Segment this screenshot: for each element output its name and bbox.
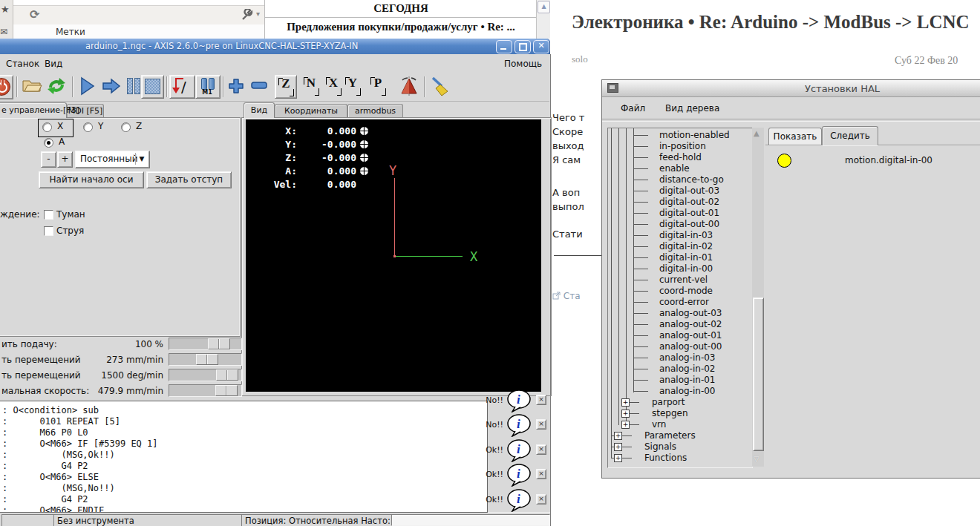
- wrench-icon[interactable]: [240, 9, 253, 22]
- view-p-button[interactable]: P: [368, 75, 388, 97]
- tree-item[interactable]: digital-out-02: [659, 197, 719, 207]
- tree-item[interactable]: in-position: [659, 141, 706, 151]
- stop-button[interactable]: [141, 75, 164, 99]
- radio-axis-a[interactable]: [44, 138, 53, 148]
- mist-checkbox[interactable]: [44, 210, 53, 220]
- close-button[interactable]: ✕: [533, 40, 549, 53]
- menu-view[interactable]: Вид: [45, 59, 62, 69]
- hal-menu-file[interactable]: Файл: [621, 103, 645, 114]
- tree-item[interactable]: analog-in-03: [659, 352, 715, 363]
- tree-expand-icon[interactable]: +: [621, 410, 630, 418]
- reload-icon[interactable]: ⟳: [30, 7, 39, 22]
- home-axis-button[interactable]: Найти начало оси: [39, 171, 144, 188]
- notification-close-button[interactable]: ×: [536, 419, 546, 430]
- view-x-button[interactable]: X: [323, 75, 344, 97]
- tree-item[interactable]: analog-in-00: [659, 386, 715, 396]
- maximize-button[interactable]: [514, 40, 531, 53]
- tree-item[interactable]: current-vel: [659, 274, 708, 285]
- gcode-listing[interactable]: : O<condition> sub: 0101 REPEAT [5]: M66…: [0, 401, 488, 513]
- zoom-out-button[interactable]: [250, 81, 268, 90]
- optional-stop-button[interactable]: M1: [195, 75, 220, 99]
- tree-item[interactable]: Parameters: [644, 430, 696, 441]
- view-z2-button[interactable]: N: [301, 75, 321, 97]
- tree-item[interactable]: motion-enabled: [659, 130, 730, 140]
- tree-item[interactable]: digital-in-00: [659, 263, 713, 274]
- zoom-in-button[interactable]: [226, 77, 246, 95]
- tree-item[interactable]: analog-out-00: [659, 341, 722, 352]
- profile-link[interactable]: Ста: [552, 291, 581, 301]
- view-z-button[interactable]: Z: [275, 75, 297, 99]
- tree-item[interactable]: parport: [652, 397, 685, 407]
- tree-item[interactable]: analog-in-01: [659, 375, 715, 385]
- menu-help[interactable]: Помощь: [504, 59, 542, 69]
- today-headline[interactable]: Предложения покупки/продажи/услуг • Re: …: [265, 18, 537, 33]
- block-delete-button[interactable]: /: [169, 75, 195, 99]
- hal-tree-scrollbar[interactable]: ▲ ▽: [752, 128, 764, 467]
- slider-trough[interactable]: [169, 338, 242, 350]
- wrench-caret-icon[interactable]: ▾: [256, 10, 260, 18]
- notification-close-button[interactable]: ×: [536, 469, 546, 479]
- scrollbar-up-icon[interactable]: ▲: [754, 129, 760, 137]
- clear-plot-button[interactable]: [429, 76, 451, 96]
- radio-axis-z[interactable]: [121, 122, 131, 132]
- pause-button[interactable]: [125, 78, 142, 94]
- tree-item[interactable]: distance-to-go: [659, 174, 724, 185]
- scrollbar-down-icon[interactable]: ▽: [754, 455, 760, 463]
- slider-trough[interactable]: [169, 369, 242, 381]
- tree-item[interactable]: digital-out-00: [659, 219, 719, 229]
- tree-item[interactable]: analog-out-02: [659, 319, 722, 329]
- slider-trough[interactable]: [169, 384, 242, 397]
- tree-item[interactable]: coord-mode: [659, 286, 713, 296]
- run-button[interactable]: [79, 76, 97, 96]
- bookmark-star-icon[interactable]: ★: [1, 4, 10, 15]
- flood-checkbox[interactable]: [44, 226, 53, 236]
- offset-button[interactable]: Задать отступ: [146, 171, 232, 188]
- slider-handle[interactable]: [216, 369, 238, 381]
- tree-item[interactable]: digital-out-03: [659, 185, 719, 196]
- tree-item[interactable]: digital-in-02: [659, 241, 713, 252]
- tab-preview[interactable]: Вид: [244, 102, 275, 118]
- rotate-view-button[interactable]: [398, 75, 420, 97]
- post-author[interactable]: solo: [572, 53, 588, 65]
- tree-item[interactable]: Signals: [644, 441, 676, 452]
- menu-machine[interactable]: Станок: [6, 59, 39, 69]
- tree-expand-icon[interactable]: +: [621, 398, 630, 407]
- tree-item[interactable]: digital-out-01: [659, 208, 719, 218]
- hal-menu-treeview[interactable]: Вид дерева: [665, 103, 719, 114]
- estop-button[interactable]: [0, 75, 13, 99]
- tree-expand-icon[interactable]: +: [614, 454, 622, 462]
- preview-canvas[interactable]: X:0.000Y:-0.000Z:-0.000A:0.000Vel:0.000 …: [246, 119, 541, 392]
- hal-tab-watch[interactable]: Следить: [822, 126, 878, 145]
- hal-tree-panel[interactable]: motion-enabledin-positionfeed-holdenable…: [607, 128, 753, 468]
- jog-minus-button[interactable]: -: [41, 151, 56, 168]
- axis-titlebar[interactable]: arduino_1.ngc - AXIS 2.6.0~pre on LinuxC…: [0, 39, 550, 54]
- radio-axis-y[interactable]: [83, 122, 93, 132]
- tab-dro[interactable]: Координаты: [275, 104, 347, 118]
- hal-titlebar[interactable]: Установки HAL: [602, 80, 980, 97]
- tree-item[interactable]: Functions: [644, 453, 687, 463]
- mail-icon[interactable]: ✉: [0, 27, 7, 37]
- notification-close-button[interactable]: ×: [536, 444, 546, 455]
- tree-item[interactable]: analog-out-01: [659, 330, 722, 341]
- tree-item[interactable]: enable: [659, 163, 690, 174]
- scrollbar-thumb[interactable]: [753, 297, 764, 451]
- slider-handle[interactable]: [208, 338, 230, 349]
- radio-axis-x[interactable]: [42, 122, 52, 132]
- scroll-up-icon[interactable]: ▲: [538, 1, 550, 13]
- tree-item[interactable]: feed-hold: [659, 152, 702, 162]
- tree-item[interactable]: digital-in-01: [659, 252, 713, 263]
- tree-expand-icon[interactable]: +: [614, 432, 622, 440]
- reload-button[interactable]: [45, 76, 68, 96]
- tree-item[interactable]: digital-in-03: [659, 230, 713, 240]
- tree-expand-icon[interactable]: +: [614, 443, 622, 451]
- view-y-button[interactable]: Y: [342, 75, 363, 97]
- tree-item[interactable]: stepgen: [652, 408, 688, 418]
- slider-trough[interactable]: [169, 353, 242, 366]
- step-button[interactable]: [102, 77, 122, 95]
- tree-item[interactable]: analog-out-03: [659, 308, 722, 318]
- tree-item[interactable]: analog-in-02: [659, 364, 715, 374]
- tab-manual-control[interactable]: е управление-[F3]: [0, 102, 67, 118]
- tab-armodbus[interactable]: armodbus: [347, 104, 403, 118]
- bookmarks-label[interactable]: Метки: [56, 27, 85, 37]
- tree-item[interactable]: vrn: [652, 419, 666, 430]
